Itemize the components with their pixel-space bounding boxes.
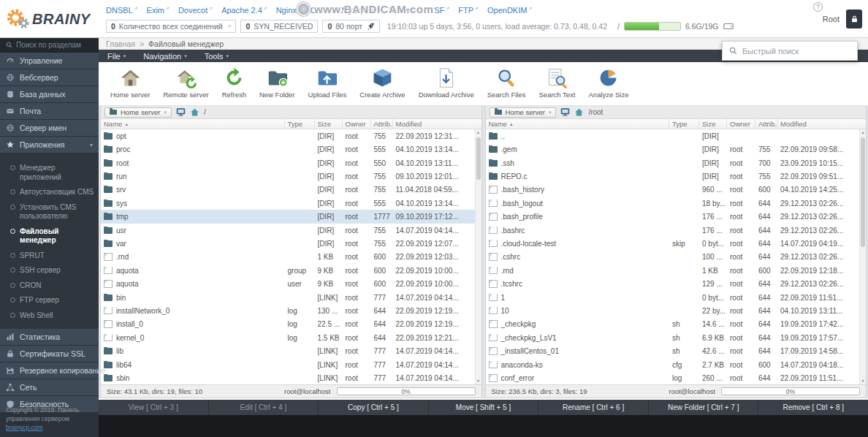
service-link[interactable]: Dovecot [178,6,213,15]
sidebar-subitem[interactable]: Файловый менеджер [0,224,99,248]
column-header[interactable]: Type [285,119,315,129]
file-row[interactable]: conf_error log 260 ... root 644 22.09.20… [486,371,860,384]
column-header[interactable]: Type [669,119,699,129]
column-header[interactable]: Owner [727,119,755,129]
action-button[interactable]: Move [ Shift + 5 ] [429,400,539,415]
sidebar-item-nameserver[interactable]: Сервер имен [0,120,99,137]
file-row[interactable]: anaconda-ks cfg 2.7 KB root 600 14.07.20… [486,358,860,371]
menubar-item[interactable]: File [99,50,134,62]
server-select-dropdown[interactable]: Home server [490,107,557,118]
sidebar-search-input[interactable] [16,41,93,49]
column-header[interactable]: Size [699,119,727,129]
file-row[interactable]: .cshrc 100 ... root 644 29.12.2013 02:26… [486,251,860,264]
service-link[interactable]: OpenDKIM [487,6,532,15]
file-row[interactable]: var [DIR] root 755 22.09.2019 12:07... [101,237,475,250]
breadcrumb-home[interactable]: Главная [106,39,135,48]
sidebar-item-applications[interactable]: Приложения [0,137,99,153]
action-button[interactable]: Copy [ Ctrl + 5 ] [319,400,429,415]
sidebar-item-network[interactable]: Сеть [0,379,99,396]
upload-files-button[interactable]: Upload Files [302,66,353,100]
service-link[interactable]: DNSBL [106,6,138,15]
new-folder-button[interactable]: New Folder [254,66,301,100]
menubar-item[interactable]: Navigation [134,50,196,62]
column-header[interactable]: Name [486,119,670,129]
file-row[interactable]: .bash_logout 18 by... root 644 29.12.201… [486,197,860,210]
file-row[interactable]: tmp [DIR] root 1777 09.10.2019 17:12... [101,210,475,223]
remote-server-button[interactable]: Remote server [157,66,214,100]
file-row[interactable]: opt [DIR] root 755 22.09.2019 12:31... [101,129,475,142]
scroll-up-icon[interactable] [860,129,866,136]
sidebar-subitem[interactable]: SSH сервер [0,263,99,278]
computer-icon[interactable] [176,107,186,117]
file-row[interactable]: install_0 log 22.5 ... root 644 22.09.20… [101,318,475,331]
service-link[interactable]: Exim [147,6,170,15]
file-row[interactable]: .cloud-locale-test skip 0 byt... root 64… [486,237,860,250]
sidebar-item-statistics[interactable]: Статистика [0,329,99,346]
file-row[interactable]: kernel_0 log 1.5 KB root 644 22.09.2019 … [101,331,475,344]
file-row[interactable]: srv [DIR] root 755 11.04.2018 04:59... [101,183,475,197]
file-row[interactable]: lib [LINK] root 777 14.07.2019 04:14... [101,345,475,358]
file-row[interactable]: .bashrc 176 ... root 644 29.12.2013 02:2… [486,224,860,237]
sidebar-subitem[interactable]: Web Shell [0,308,99,324]
scroll-down-icon[interactable] [860,378,866,384]
action-button[interactable]: Remove [ Ctrl + 8 ] [758,400,868,415]
sidebar-subitem[interactable]: SPRUT [0,248,99,264]
file-row[interactable]: 10 22 by... root 644 04.10.2019 13:11... [486,304,860,317]
scrollbar-thumb[interactable] [861,137,865,247]
scrollbar[interactable] [859,129,866,384]
action-button[interactable]: Edit [ Ctrl + 4 ] [209,400,319,415]
sidebar-subitem[interactable]: Автоустановщик CMS [0,185,99,200]
home-server-button[interactable]: Home server [104,66,156,100]
column-header[interactable]: Modified [393,119,475,129]
file-row[interactable]: .bash_history 960 ... root 600 04.10.201… [486,183,860,197]
sidebar-search[interactable] [0,38,99,53]
file-row[interactable]: .gem [DIR] root 755 22.09.2019 09:58... [486,142,860,156]
service-link[interactable]: FTP [458,6,479,15]
scroll-down-icon[interactable] [476,378,481,384]
server-select-dropdown[interactable]: Home server [104,107,172,118]
file-row[interactable]: root [DIR] root 550 04.10.2019 13:11... [101,156,475,170]
create-archive-button[interactable]: Create Archive [354,66,411,100]
service-link[interactable]: Apache 2.4 [221,6,267,15]
sidebar-item-mail[interactable]: Почта [0,103,99,120]
sidebar-subitem[interactable]: CRON [0,278,99,294]
search-files-button[interactable]: Search Files [481,66,532,100]
file-row[interactable]: .rnd 1 KB root 600 22.09.2019 12:18... [486,264,860,277]
file-row[interactable]: .bash_profile 176 ... root 644 29.12.201… [486,210,860,223]
sidebar-item-management[interactable]: Управление [0,53,99,69]
file-row[interactable]: aquota group 9 KB root 600 22.09.2019 10… [101,264,475,277]
file-row[interactable]: REPO.c [DIR] root 755 22.09.2019 09:51..… [486,170,860,183]
column-header[interactable]: Owner [343,119,371,129]
refresh-button[interactable]: Refresh [216,66,252,100]
file-row[interactable]: _installCentos_01 sh 42.6 ... root 644 1… [486,345,860,358]
column-header[interactable]: Size [315,119,343,129]
scrollbar[interactable] [475,129,481,384]
file-row[interactable]: 1 0 byt... root 644 22.09.2019 11:51... [486,291,860,304]
sidebar-subitem[interactable]: Менеджер приложений [0,161,99,185]
home-directory-icon[interactable] [190,107,199,117]
logout-lock-button[interactable] [846,10,862,28]
file-row[interactable]: lib64 [LINK] root 777 14.07.2019 04:14..… [101,358,475,371]
help-icon[interactable]: ? [813,2,823,12]
sidebar-item-database[interactable]: База данных [0,86,99,103]
file-row[interactable]: bin [LINK] root 777 14.07.2019 04:14... [101,291,475,304]
file-row[interactable]: aquota user 9 KB root 600 22.09.2019 10:… [101,277,475,290]
file-row[interactable]: .ssh [DIR] root 700 23.09.2019 10:15... [486,156,860,170]
quick-search[interactable] [722,41,858,61]
sidebar-subitem[interactable]: FTP сервер [0,293,99,308]
column-header[interactable]: Name [101,119,285,129]
file-row[interactable]: sbin [LINK] root 777 14.07.2019 04:14... [101,371,475,384]
column-header[interactable]: Attrib... [371,119,393,129]
file-row[interactable]: installNetwork_0 log 130 ... root 644 22… [101,304,475,317]
scrollbar-thumb[interactable] [476,137,481,180]
scroll-up-icon[interactable] [476,129,481,136]
file-row[interactable]: run [DIR] root 755 09.10.2019 12:01... [101,170,475,183]
home-directory-icon[interactable] [574,107,584,117]
action-button[interactable]: Rename [ Ctrl + 6 ] [538,400,649,415]
file-row[interactable]: .tcshrc 129 ... root 644 29.12.2013 02:2… [486,277,860,290]
action-button[interactable]: New Folder [ Ctrl + 7 ] [649,400,759,415]
sidebar-item-webserver[interactable]: Вебсервер [0,69,99,86]
sidebar-item-ssl-certificates[interactable]: Сертификаты SSL [0,346,99,362]
column-header[interactable]: Modified [777,119,859,129]
action-button[interactable]: View [ Ctrl + 3 ] [99,400,209,415]
